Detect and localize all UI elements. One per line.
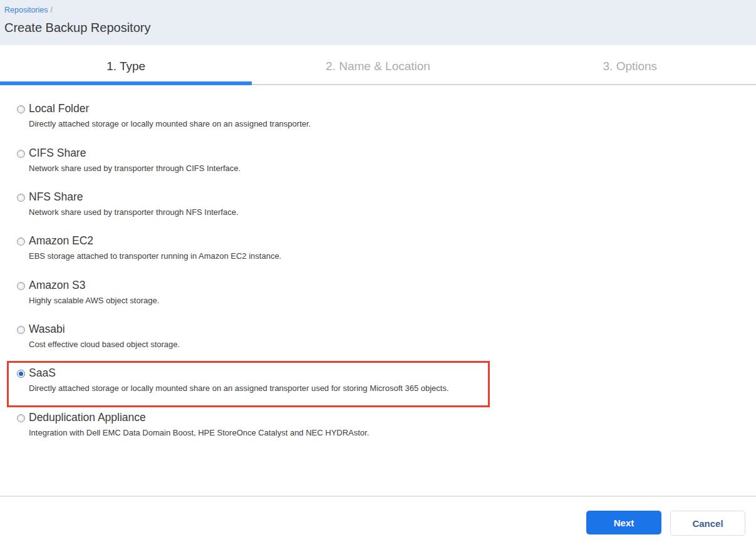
- option-description: Integration with Dell EMC Data Domain Bo…: [29, 428, 369, 437]
- radio-amazon-ec2[interactable]: [17, 237, 25, 246]
- radio-nfs-share[interactable]: [17, 194, 25, 202]
- option-amazon-s3-head[interactable]: Amazon S3: [0, 279, 756, 292]
- radio-saas[interactable]: [17, 370, 25, 378]
- tab-name-location[interactable]: 2. Name & Location: [252, 45, 504, 84]
- option-label[interactable]: CIFS Share: [0, 147, 756, 160]
- option-nfs-share: NFS Share Network share used by transpor…: [0, 190, 756, 231]
- wizard-steps-tabbar: 1. Type 2. Name & Location 3. Options: [0, 45, 756, 85]
- option-deduplication-appliance-head[interactable]: Deduplication Appliance: [0, 411, 756, 424]
- option-amazon-s3: Amazon S3 Highly scalable AWS object sto…: [0, 279, 756, 319]
- breadcrumb-repositories-link[interactable]: Repositories: [4, 6, 48, 14]
- breadcrumb: Repositories/: [4, 6, 53, 14]
- option-label[interactable]: NFS Share: [0, 190, 756, 204]
- radio-local-folder[interactable]: [17, 105, 25, 113]
- option-wasabi: Wasabi Cost effective cloud based object…: [0, 323, 756, 363]
- cancel-button[interactable]: Cancel: [670, 511, 745, 536]
- option-nfs-share-head[interactable]: NFS Share: [0, 190, 756, 204]
- option-cifs-share: CIFS Share Network share used by transpo…: [0, 147, 756, 187]
- next-button[interactable]: Next: [586, 511, 661, 534]
- repository-type-list: Local Folder Directly attached storage o…: [0, 85, 756, 496]
- option-description: Network share used by transporter throug…: [29, 164, 241, 173]
- option-label[interactable]: Amazon S3: [0, 279, 756, 292]
- breadcrumb-separator: /: [50, 6, 52, 14]
- option-wasabi-head[interactable]: Wasabi: [0, 323, 756, 336]
- option-description: Directly attached storage or locally mou…: [29, 119, 311, 128]
- option-label[interactable]: Local Folder: [0, 102, 756, 115]
- option-label[interactable]: Amazon EC2: [0, 234, 756, 248]
- option-amazon-ec2-head[interactable]: Amazon EC2: [0, 234, 756, 248]
- option-description: EBS storage attached to transporter runn…: [29, 251, 281, 261]
- option-label[interactable]: SaaS: [0, 367, 756, 380]
- option-deduplication-appliance: Deduplication Appliance Integration with…: [0, 411, 756, 451]
- radio-deduplication-appliance[interactable]: [17, 414, 25, 422]
- page-title: Create Backup Repository: [4, 21, 150, 35]
- option-cifs-share-head[interactable]: CIFS Share: [0, 147, 756, 160]
- option-description: Directly attached storage or locally mou…: [29, 383, 449, 393]
- option-description: Highly scalable AWS object storage.: [29, 296, 159, 305]
- tab-options[interactable]: 3. Options: [504, 45, 756, 84]
- option-local-folder: Local Folder Directly attached storage o…: [0, 102, 756, 142]
- radio-wasabi[interactable]: [17, 326, 25, 334]
- option-saas: SaaS Directly attached storage or locall…: [0, 367, 756, 407]
- footer-divider: [0, 496, 756, 497]
- option-saas-head[interactable]: SaaS: [0, 367, 756, 380]
- tab-type[interactable]: 1. Type: [0, 45, 252, 84]
- radio-amazon-s3[interactable]: [17, 282, 25, 290]
- option-amazon-ec2: Amazon EC2 EBS storage attached to trans…: [0, 234, 756, 274]
- radio-cifs-share[interactable]: [17, 150, 25, 158]
- option-label[interactable]: Deduplication Appliance: [0, 411, 756, 424]
- option-description: Network share used by transporter throug…: [29, 207, 239, 217]
- option-label[interactable]: Wasabi: [0, 323, 756, 336]
- option-local-folder-head[interactable]: Local Folder: [0, 102, 756, 115]
- option-description: Cost effective cloud based object storag…: [29, 340, 180, 349]
- page-header: Repositories/ Create Backup Repository: [0, 0, 756, 45]
